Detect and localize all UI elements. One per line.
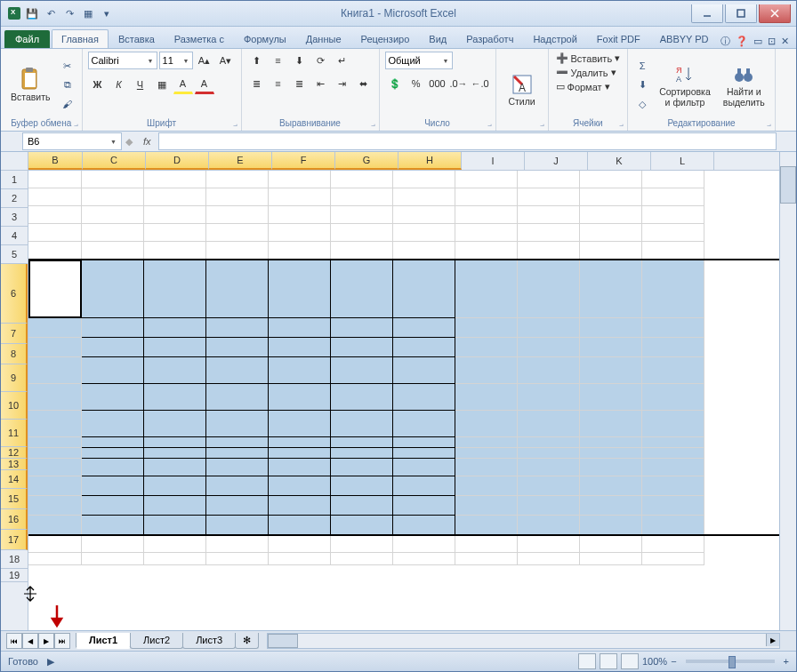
cell[interactable]	[393, 188, 455, 206]
cell[interactable]	[642, 437, 704, 448]
cell[interactable]	[455, 338, 518, 357]
cell[interactable]	[642, 459, 704, 476]
tab-данные[interactable]: Данные	[296, 29, 351, 48]
number-format-select[interactable]: Общий▼	[385, 52, 453, 69]
cell[interactable]	[580, 553, 642, 565]
name-box[interactable]: B6▼	[22, 132, 122, 150]
zoom-out-button[interactable]: −	[671, 656, 676, 667]
sheet-nav-next[interactable]: ▶	[38, 633, 54, 649]
cell[interactable]	[269, 384, 331, 411]
cell[interactable]	[518, 242, 580, 260]
cell[interactable]	[144, 242, 206, 260]
cell[interactable]	[144, 553, 206, 565]
cell[interactable]	[144, 224, 206, 242]
cell[interactable]	[642, 206, 704, 224]
cell[interactable]	[642, 448, 704, 459]
clear-icon[interactable]: ◇	[633, 96, 651, 114]
grow-font-icon[interactable]: A▴	[195, 52, 214, 69]
cut-icon[interactable]: ✂	[59, 58, 76, 76]
cell[interactable]	[82, 357, 144, 384]
cell[interactable]	[331, 224, 393, 242]
cell[interactable]	[144, 476, 206, 496]
cell[interactable]	[206, 338, 269, 357]
cell[interactable]	[455, 224, 518, 242]
row-header[interactable]: 16	[1, 509, 28, 530]
row-header[interactable]: 10	[1, 392, 28, 420]
cell[interactable]	[455, 476, 518, 496]
underline-button[interactable]: Ч	[131, 76, 150, 93]
cell[interactable]	[144, 496, 206, 516]
cell[interactable]	[28, 260, 82, 318]
cell[interactable]	[206, 384, 269, 411]
row-header[interactable]: 17	[1, 530, 28, 550]
cell[interactable]	[269, 535, 331, 553]
comma-icon[interactable]: 000	[428, 75, 447, 92]
cell[interactable]	[393, 224, 455, 242]
cell[interactable]	[82, 476, 144, 496]
cell[interactable]	[642, 357, 704, 384]
row-header[interactable]: 5	[1, 245, 28, 264]
zoom-level[interactable]: 100%	[642, 656, 667, 667]
row-header[interactable]: 11	[1, 420, 28, 447]
cell[interactable]	[82, 384, 144, 411]
tab-разработч[interactable]: Разработч	[456, 29, 523, 48]
cell[interactable]	[455, 242, 518, 260]
cell[interactable]	[580, 459, 642, 476]
cell[interactable]	[393, 206, 455, 224]
cell[interactable]	[642, 516, 704, 535]
cell[interactable]	[518, 411, 580, 437]
align-bot-icon[interactable]: ⬇	[290, 52, 310, 69]
cell[interactable]	[82, 459, 144, 476]
cell[interactable]	[28, 516, 82, 535]
col-header[interactable]: B	[28, 152, 83, 170]
cell[interactable]	[82, 496, 144, 516]
cell[interactable]	[580, 357, 642, 384]
cell[interactable]	[82, 516, 144, 535]
row-header[interactable]: 7	[1, 324, 28, 344]
cell[interactable]	[28, 476, 82, 496]
cell[interactable]	[28, 496, 82, 516]
align-right-icon[interactable]: ≣	[290, 75, 310, 92]
cell[interactable]	[269, 496, 331, 516]
cell[interactable]	[455, 318, 518, 338]
insert-cells-button[interactable]: ➕Вставить ▾	[554, 52, 623, 65]
cell[interactable]	[393, 535, 455, 553]
cell[interactable]	[393, 496, 455, 516]
merge-icon[interactable]: ⬌	[354, 75, 374, 92]
cell[interactable]	[642, 171, 704, 188]
row-header[interactable]: 12	[1, 447, 28, 459]
wrap-icon[interactable]: ↵	[333, 52, 352, 69]
formula-bar[interactable]	[158, 132, 777, 150]
cell[interactable]	[82, 411, 144, 437]
cell[interactable]	[455, 384, 518, 411]
cell[interactable]	[455, 206, 518, 224]
cell[interactable]	[144, 448, 206, 459]
sheet-tab[interactable]: Лист3	[182, 633, 236, 649]
cell[interactable]	[206, 242, 269, 260]
tab-abbyy pd[interactable]: ABBYY PD	[650, 29, 719, 48]
cell[interactable]	[269, 357, 331, 384]
zoom-slider[interactable]	[686, 660, 775, 663]
cell[interactable]	[642, 338, 704, 357]
cell[interactable]	[269, 318, 331, 338]
tab-главная[interactable]: Главная	[52, 29, 109, 48]
cell[interactable]	[642, 535, 704, 553]
cell[interactable]	[518, 260, 580, 318]
select-all-corner[interactable]	[1, 152, 28, 171]
cell[interactable]	[269, 459, 331, 476]
dec-decimal-icon[interactable]: ←.0	[471, 75, 490, 92]
cell[interactable]	[206, 448, 269, 459]
maximize-button[interactable]	[725, 4, 757, 23]
cell[interactable]	[580, 411, 642, 437]
cell[interactable]	[28, 437, 82, 448]
cell[interactable]	[206, 188, 269, 206]
cell[interactable]	[518, 188, 580, 206]
cell[interactable]	[206, 224, 269, 242]
cell[interactable]	[206, 459, 269, 476]
col-header[interactable]: H	[398, 152, 462, 170]
cell[interactable]	[28, 318, 82, 338]
cell[interactable]	[269, 242, 331, 260]
format-cells-button[interactable]: ▭Формат ▾	[554, 80, 623, 93]
close-button[interactable]	[759, 4, 791, 23]
cell[interactable]	[28, 448, 82, 459]
